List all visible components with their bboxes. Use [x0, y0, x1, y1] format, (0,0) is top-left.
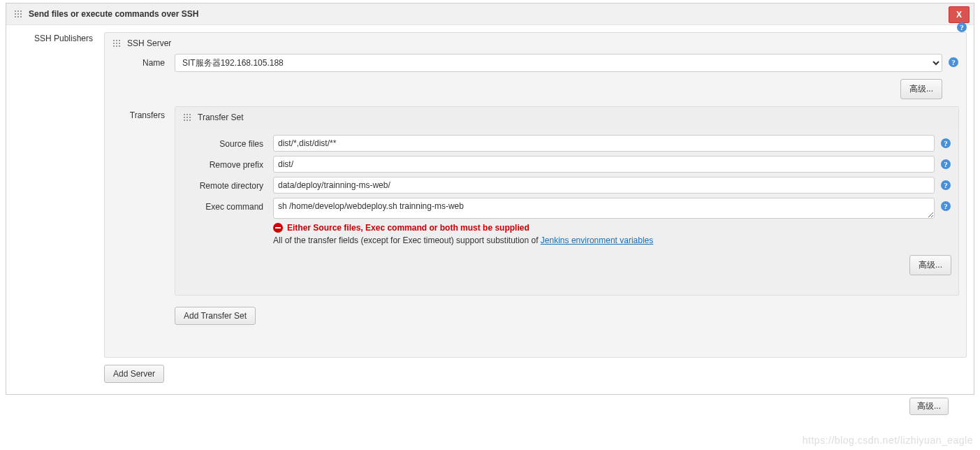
ssh-advanced-row: 高级...	[105, 72, 966, 102]
source-files-row: Source files ?	[175, 131, 958, 152]
svg-text:?: ?	[944, 181, 948, 189]
add-transfer-set-button[interactable]: Add Transfer Set	[175, 307, 256, 325]
error-row: Either Source files, Exec command or bot…	[175, 219, 958, 245]
svg-text:?: ?	[944, 139, 948, 147]
exec-cmd-input[interactable]: sh /home/develop/webdeploy.sh trainning-…	[273, 198, 935, 219]
ssh-server-title: SSH Server	[127, 38, 171, 48]
ssh-publishers-label: SSH Publishers	[13, 32, 104, 389]
remote-dir-input[interactable]	[273, 177, 935, 194]
name-row: Name SIT服务器192.168.105.188 ?	[105, 50, 966, 72]
section-title: Send files or execute commands over SSH	[29, 9, 198, 19]
help-icon[interactable]: ?	[956, 22, 967, 33]
ssh-section: X ? Send files or execute commands over …	[6, 3, 974, 395]
transfers-row: Transfers Transfer Set Source files	[105, 102, 966, 296]
transfer-advanced-row: 高级...	[175, 245, 958, 275]
svg-text:?: ?	[944, 160, 948, 168]
source-files-label: Source files	[182, 135, 273, 149]
source-files-input[interactable]	[273, 135, 935, 152]
exec-cmd-label: Exec command	[182, 198, 273, 212]
remove-prefix-label: Remove prefix	[182, 156, 273, 170]
help-icon[interactable]: ?	[940, 180, 951, 191]
footer-advanced-row: 高级...	[0, 398, 980, 418]
svg-text:?: ?	[951, 58, 956, 66]
ssh-server-header: SSH Server	[105, 33, 966, 50]
env-vars-link[interactable]: Jenkins environment variables	[541, 235, 653, 245]
help-icon[interactable]: ?	[940, 159, 951, 170]
remove-prefix-input[interactable]	[273, 156, 935, 173]
add-transfer-row: Add Transfer Set	[105, 296, 966, 325]
delete-section-button[interactable]: X	[949, 6, 970, 23]
transfer-set-header: Transfer Set	[175, 107, 958, 128]
add-server-button[interactable]: Add Server	[104, 365, 164, 383]
drag-handle-icon[interactable]	[112, 38, 122, 48]
publishers-row: SSH Publishers SSH Server Name SIT服务器192…	[6, 25, 974, 394]
error-icon	[273, 223, 283, 233]
remove-prefix-row: Remove prefix ?	[175, 152, 958, 173]
add-server-row: Add Server	[104, 358, 967, 389]
transfer-set-title: Transfer Set	[198, 112, 244, 122]
name-label: Name	[112, 54, 175, 68]
advanced-button[interactable]: 高级...	[909, 398, 949, 415]
remote-dir-label: Remote directory	[182, 177, 273, 191]
remote-dir-row: Remote directory ?	[175, 173, 958, 194]
name-select[interactable]: SIT服务器192.168.105.188	[175, 54, 942, 72]
help-icon[interactable]: ?	[940, 201, 951, 212]
help-icon[interactable]: ?	[948, 57, 959, 68]
transfers-label: Transfers	[112, 106, 175, 296]
section-header: Send files or execute commands over SSH	[6, 3, 974, 25]
advanced-button[interactable]: 高级...	[900, 79, 942, 99]
svg-text:?: ?	[960, 23, 964, 31]
drag-handle-icon[interactable]	[13, 9, 23, 19]
error-message: Either Source files, Exec command or bot…	[273, 223, 933, 233]
advanced-button[interactable]: 高级...	[909, 255, 951, 275]
svg-text:?: ?	[944, 202, 948, 210]
exec-cmd-row: Exec command sh /home/develop/webdeploy.…	[175, 194, 958, 219]
ssh-server-panel: SSH Server Name SIT服务器192.168.105.188 ?	[104, 32, 967, 358]
drag-handle-icon[interactable]	[182, 112, 192, 122]
transfer-set-panel: Transfer Set Source files ?	[175, 106, 959, 296]
help-icon[interactable]: ?	[940, 138, 951, 149]
hint-text: All of the transfer fields (except for E…	[273, 233, 933, 245]
